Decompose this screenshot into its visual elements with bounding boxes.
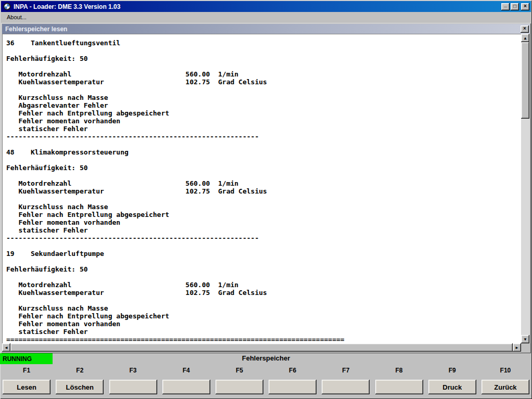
scroll-down-button[interactable]: ▼ (521, 335, 529, 343)
maximize-icon: □ (513, 3, 516, 9)
minimize-button[interactable]: _ (501, 3, 510, 10)
button-row: Lesen Löschen Druck Zurück (0, 380, 532, 395)
vertical-scroll-thumb[interactable] (521, 42, 529, 119)
scroll-left-button[interactable]: ◄ (2, 343, 10, 352)
fkey-label-f9: F9 (426, 367, 479, 376)
child-titlebar: Fehlerspeicher lesen × (2, 24, 530, 34)
window-title: INPA - Loader: DME 3.3 Version 1.03 (14, 3, 500, 10)
f4-button[interactable] (162, 380, 210, 394)
bmw-app-icon (3, 3, 11, 10)
horizontal-scrollbar[interactable]: ◄ ► (2, 343, 521, 352)
child-window: Fehlerspeicher lesen × 36 Tankentlueftun… (1, 23, 531, 353)
scroll-right-button[interactable]: ► (513, 343, 521, 352)
arrow-up-icon: ▲ (523, 36, 527, 41)
arrow-right-icon: ► (515, 345, 519, 350)
f8-button[interactable] (375, 380, 423, 394)
close-button[interactable]: × (521, 3, 529, 10)
child-close-button[interactable]: × (521, 25, 529, 33)
screen-title: Fehlerspeicher (0, 354, 532, 362)
fault-report-text: 36 Tankentlueftungsventil Fehlerhäufigke… (2, 34, 521, 343)
arrow-down-icon: ▼ (523, 337, 527, 342)
f6-button[interactable] (269, 380, 316, 394)
close-icon: × (524, 3, 527, 9)
minimize-icon: _ (504, 2, 507, 7)
arrow-left-icon: ◄ (4, 345, 8, 350)
f5-button[interactable] (216, 380, 263, 394)
f2-button-loeschen[interactable]: Löschen (56, 380, 104, 394)
f7-button[interactable] (322, 380, 370, 394)
menu-item-about[interactable]: About... (5, 13, 29, 21)
status-bar: RUNNING Fehlerspeicher (0, 353, 532, 364)
horizontal-scroll-thumb[interactable] (10, 343, 513, 352)
f3-button[interactable] (109, 380, 157, 394)
titlebar: INPA - Loader: DME 3.3 Version 1.03 _ □ … (1, 1, 531, 12)
fkey-label-f10: F10 (479, 367, 532, 376)
fault-report-area: 36 Tankentlueftungsventil Fehlerhäufigke… (2, 34, 521, 343)
fkey-label-f2: F2 (53, 367, 106, 376)
function-key-row: F1 F2 F3 F4 F5 F6 F7 F8 F9 F10 (0, 367, 532, 376)
fkey-label-f4: F4 (160, 367, 213, 376)
scroll-up-button[interactable]: ▲ (521, 34, 529, 42)
vertical-scrollbar[interactable]: ▲ ▼ (521, 34, 530, 343)
fkey-label-f1: F1 (0, 367, 53, 376)
maximize-button[interactable]: □ (511, 3, 519, 10)
fkey-label-f7: F7 (319, 367, 372, 376)
fkey-label-f3: F3 (106, 367, 159, 376)
f9-button-druck[interactable]: Druck (428, 380, 476, 394)
child-close-icon: × (523, 25, 526, 31)
scrollbar-corner (521, 343, 530, 352)
child-window-title: Fehlerspeicher lesen (5, 25, 520, 33)
app-window: { "titlebar": { "title": "INPA - Loader:… (0, 0, 532, 399)
fkey-label-f8: F8 (372, 367, 425, 376)
menubar: About... (1, 12, 531, 22)
fkey-label-f5: F5 (213, 367, 266, 376)
fkey-label-f6: F6 (266, 367, 319, 376)
f10-button-zurueck[interactable]: Zurück (482, 380, 529, 394)
f1-button-lesen[interactable]: Lesen (3, 380, 50, 394)
